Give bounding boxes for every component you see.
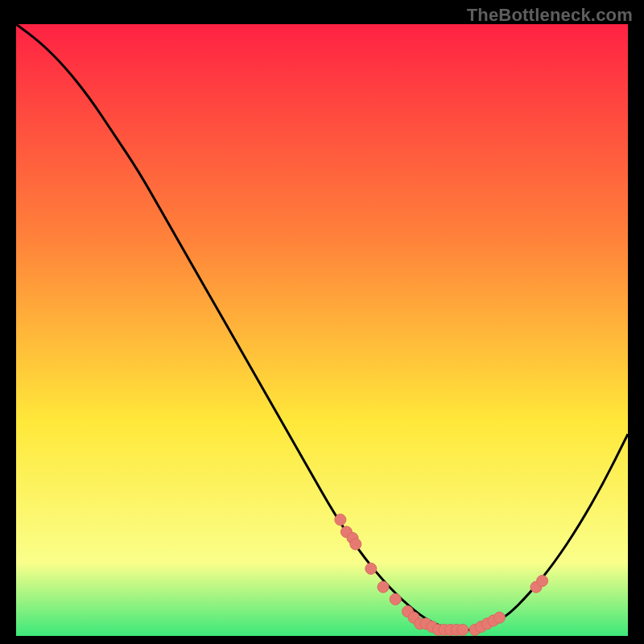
chart-plot-area xyxy=(16,24,628,636)
data-point-dot xyxy=(390,593,401,605)
data-point-dot xyxy=(537,576,548,587)
data-point-dot xyxy=(457,624,469,635)
watermark-text: TheBottleneck.com xyxy=(467,5,633,26)
gradient-background xyxy=(16,24,628,636)
data-point-dot xyxy=(378,581,389,592)
data-point-dot xyxy=(335,514,346,526)
chart-svg xyxy=(16,24,628,636)
data-point-dot xyxy=(365,563,377,574)
data-point-dot xyxy=(350,539,361,550)
data-point-dot xyxy=(493,612,505,623)
chart-frame: TheBottleneck.com xyxy=(0,0,644,644)
